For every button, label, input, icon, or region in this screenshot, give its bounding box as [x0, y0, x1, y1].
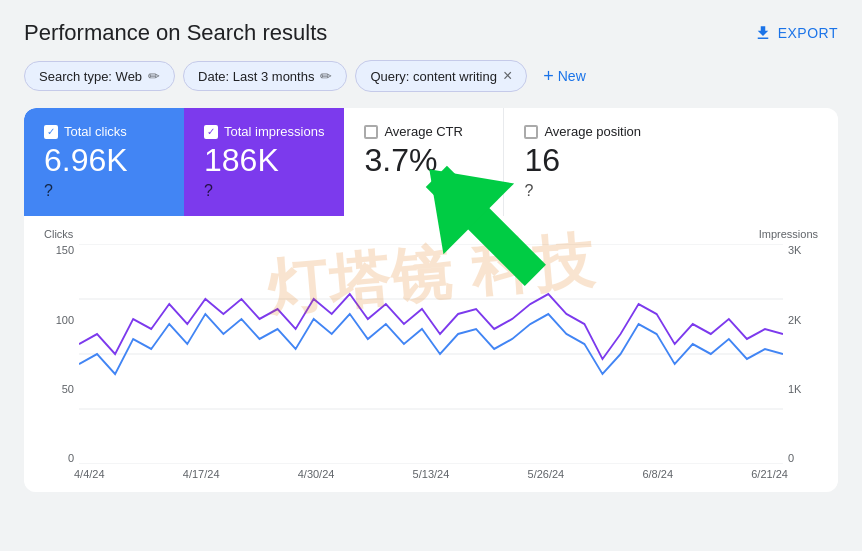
- chart-wrapper: 150 100 50 0 3K 2K 1K 0: [44, 244, 818, 464]
- metrics-row: Total clicks 6.96K ? Total impressions 1…: [24, 108, 838, 216]
- avg-ctr-value: 3.7%: [364, 143, 483, 178]
- x-label-7: 6/21/24: [751, 468, 788, 480]
- x-label-5: 5/26/24: [528, 468, 565, 480]
- y-axis-left: 150 100 50 0: [44, 244, 74, 464]
- x-axis: 4/4/24 4/17/24 4/30/24 5/13/24 5/26/24 6…: [44, 468, 818, 480]
- page-container: Performance on Search results EXPORT Sea…: [0, 0, 862, 551]
- metric-avg-position[interactable]: Average position 16 ?: [504, 108, 838, 216]
- filter-query[interactable]: Query: content writing ×: [355, 60, 527, 92]
- checkbox-total-impressions[interactable]: [204, 125, 218, 139]
- help-icon-clicks[interactable]: ?: [44, 182, 164, 200]
- y-axis-right: 3K 2K 1K 0: [788, 244, 818, 464]
- header-row: Performance on Search results EXPORT: [24, 20, 838, 46]
- export-button[interactable]: EXPORT: [754, 24, 838, 42]
- checkbox-avg-position[interactable]: [524, 125, 538, 139]
- main-card: Total clicks 6.96K ? Total impressions 1…: [24, 108, 838, 492]
- filters-row: Search type: Web ✏ Date: Last 3 months ✏…: [24, 60, 838, 92]
- x-label-1: 4/4/24: [74, 468, 105, 480]
- metric-total-clicks[interactable]: Total clicks 6.96K ?: [24, 108, 184, 216]
- filter-search-type[interactable]: Search type: Web ✏: [24, 61, 175, 91]
- x-label-6: 6/8/24: [642, 468, 673, 480]
- chart-area: Clicks Impressions 150 100 50 0 3K 2K 1K…: [24, 216, 838, 492]
- checkbox-total-clicks[interactable]: [44, 125, 58, 139]
- x-label-4: 5/13/24: [413, 468, 450, 480]
- filter-date[interactable]: Date: Last 3 months ✏: [183, 61, 347, 91]
- edit-icon-date: ✏: [320, 68, 332, 84]
- metric-avg-ctr[interactable]: Average CTR 3.7%: [344, 108, 504, 216]
- close-icon[interactable]: ×: [503, 67, 512, 85]
- page-title: Performance on Search results: [24, 20, 327, 46]
- total-impressions-value: 186K: [204, 143, 324, 178]
- help-icon-position[interactable]: ?: [524, 182, 818, 200]
- metric-total-impressions[interactable]: Total impressions 186K ?: [184, 108, 344, 216]
- x-label-2: 4/17/24: [183, 468, 220, 480]
- x-label-3: 4/30/24: [298, 468, 335, 480]
- new-filter-button[interactable]: + New: [535, 61, 594, 91]
- export-icon: [754, 24, 772, 42]
- y-right-title: Impressions: [759, 228, 818, 240]
- chart-axis-titles: Clicks Impressions: [44, 228, 818, 240]
- checkbox-avg-ctr[interactable]: [364, 125, 378, 139]
- total-clicks-value: 6.96K: [44, 143, 164, 178]
- edit-icon: ✏: [148, 68, 160, 84]
- y-left-title: Clicks: [44, 228, 73, 240]
- help-icon-impressions[interactable]: ?: [204, 182, 324, 200]
- plus-icon: +: [543, 67, 554, 85]
- avg-position-value: 16: [524, 143, 818, 178]
- chart-svg: [44, 244, 818, 464]
